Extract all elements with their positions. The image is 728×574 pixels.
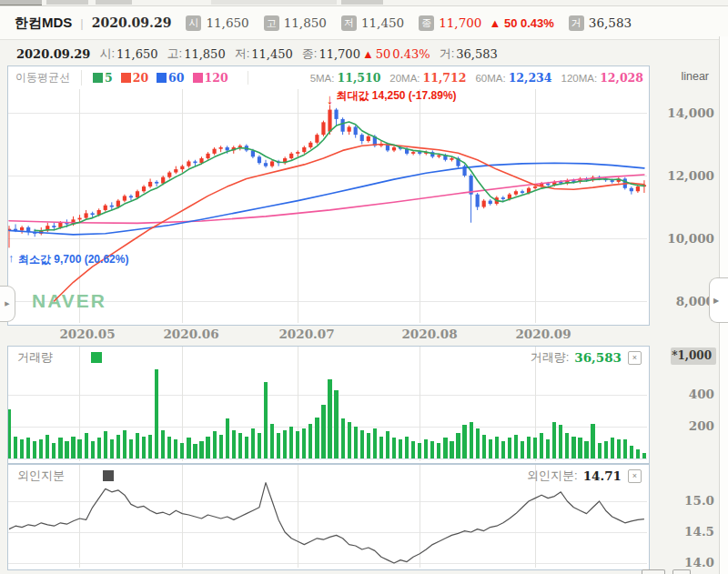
y-tick-14000: 14,000	[651, 106, 714, 120]
ma60-readout: 60MA:12,234	[475, 71, 551, 85]
close-value: 11,700	[439, 15, 481, 30]
info-open-label: 시:	[99, 45, 115, 62]
x-tick-aug: 2020.08	[401, 327, 457, 341]
foreign-readout-value: 14.71	[583, 468, 622, 483]
open-badge-icon: 시	[186, 15, 201, 31]
foreign-readout-label: 외인지분:	[527, 468, 578, 484]
ma5-readout-label: 5MA:	[310, 73, 335, 84]
candlestick-chart[interactable]: NAVER↓최대값 14,250 (-17.89%)↑최소값 9,700 (20…	[8, 66, 647, 323]
ma-readout: 5MA:11,510 20MA:11,712 60MA:12,234 120MA…	[301, 71, 643, 85]
left-panel-expand-tab[interactable]: ▶	[0, 286, 15, 322]
top-tab-stub-5[interactable]	[341, 0, 383, 5]
header-date: 2020.09.29	[92, 15, 172, 30]
stock-chart-screen: 한컴MDS | 2020.09.29 시 11,650 고 11,850 저 1…	[0, 0, 728, 574]
high-badge-icon: 고	[264, 15, 279, 31]
x-tick-jul: 2020.07	[278, 327, 334, 341]
ma120-legend-label: 120	[205, 71, 228, 85]
ma5-readout: 5MA:11,510	[310, 71, 381, 85]
ma5-line	[35, 122, 644, 231]
chevron-right-icon: ▶	[713, 297, 719, 305]
foreign-legend-label: 외인지분	[17, 468, 65, 484]
info-low-value: 11,450	[251, 47, 293, 61]
ma20-readout-value: 11,712	[423, 71, 467, 85]
foreign-close-button[interactable]: ×	[628, 469, 642, 483]
volume-header: 거래량 거래량: 36,583 ×	[8, 347, 649, 368]
open-value: 11,650	[206, 15, 248, 30]
low-value: 11,450	[361, 15, 404, 30]
x-tick-sep: 2020.09	[515, 327, 571, 341]
info-change-pct: 0.43%	[392, 47, 430, 61]
main-chart-panel[interactable]: NAVER↓최대값 14,250 (-17.89%)↑최소값 9,700 (20…	[7, 65, 650, 326]
ma120-legend-toggle[interactable]: 120	[193, 71, 228, 85]
open-stat: 시 11,650	[186, 15, 248, 31]
info-date: 2020.09.29	[16, 47, 90, 61]
info-open-value: 11,650	[116, 47, 158, 61]
max-arrow-icon: ↓	[327, 91, 334, 106]
ma5-readout-value: 11,510	[337, 71, 380, 85]
ma60-line	[9, 163, 644, 235]
foreign-ownership-line	[9, 483, 644, 563]
foreign-tick-14: 14.0	[651, 555, 714, 569]
volume-badge-icon: 거	[569, 15, 584, 31]
foreign-tick-15: 15.0	[651, 493, 714, 508]
x-tick-jun: 2020.06	[163, 327, 218, 341]
volume-bar-series	[8, 369, 646, 458]
ma60-readout-label: 60MA:	[475, 73, 505, 84]
info-volume-value: 36,583	[456, 47, 498, 61]
ma20-legend-toggle[interactable]: 20	[121, 71, 148, 85]
foreign-ownership-panel[interactable]: 외인지분 외인지분: 14.71 ×	[7, 464, 650, 570]
change-text: ▲ 50 0.43%	[489, 16, 553, 30]
y-tick-10000: 10,000	[651, 231, 714, 246]
y-tick-8000: 8,000	[651, 294, 714, 308]
ma60-legend-toggle[interactable]: 60	[157, 71, 184, 85]
bottom-button-stub-2[interactable]	[672, 569, 691, 574]
y-tick-12000: 12,000	[651, 168, 714, 183]
top-tab-stub-3[interactable]	[96, 0, 132, 5]
ma120-readout-value: 12,028	[600, 71, 643, 85]
volume-unit-label: *1,000	[671, 347, 716, 365]
info-low-label: 저:	[235, 45, 250, 62]
ma5-legend-label: 5	[105, 71, 113, 85]
ma5-legend-toggle[interactable]: 5	[93, 71, 113, 85]
high-value: 11,850	[284, 15, 327, 30]
volume-panel[interactable]: 거래량 거래량: 36,583 ×	[7, 346, 650, 464]
top-tab-stub-2[interactable]	[46, 0, 88, 5]
volume-stat: 거 36,583	[569, 15, 632, 31]
top-tab-stub-4[interactable]	[211, 0, 337, 5]
ma60-swatch	[157, 73, 167, 83]
scale-mode-label[interactable]: linear	[681, 70, 709, 83]
volume-tick-400: 400	[651, 387, 714, 401]
ma20-readout-label: 20MA:	[389, 73, 420, 84]
low-stat: 저 11,450	[341, 15, 404, 31]
volume-close-button[interactable]: ×	[628, 351, 642, 365]
ma60-readout-value: 12,234	[509, 71, 552, 85]
info-high-label: 고:	[167, 45, 183, 62]
ma-legend-row: 이동평균선 5 20 60 120 5MA:11,510 20MA:11,712…	[8, 66, 649, 89]
info-high-value: 11,850	[184, 47, 226, 61]
x-tick-may: 2020.05	[59, 327, 115, 341]
max-value-annotation: 최대값 14,250 (-17.89%)	[337, 89, 457, 102]
info-change: 50	[376, 47, 391, 61]
volume-readout-value: 36,583	[574, 350, 622, 365]
chevron-right-icon: ▶	[5, 300, 9, 307]
ma20-swatch	[121, 73, 131, 83]
foreign-tick-145: 14.5	[651, 524, 714, 539]
min-arrow-icon: ↑	[8, 251, 15, 265]
ma120-readout: 120MA:12,028	[561, 71, 643, 85]
info-volume-label: 거:	[440, 45, 455, 62]
bottom-button-stub-1[interactable]	[642, 569, 665, 574]
volume-value: 36,583	[589, 15, 632, 30]
min-value-annotation: 최소값 9,700 (20.62%)	[18, 253, 128, 266]
ma20-readout: 20MA:11,712	[389, 71, 466, 85]
ma120-readout-label: 120MA:	[561, 73, 598, 84]
header-bar: 한컴MDS | 2020.09.29 시 11,650 고 11,850 저 1…	[0, 5, 728, 40]
volume-legend-label: 거래량	[17, 349, 53, 366]
info-close-value: 11,700	[318, 47, 360, 61]
right-panel-expand-tab[interactable]: ▶	[709, 277, 728, 323]
naver-watermark: NAVER	[32, 290, 106, 311]
ma20-legend-label: 20	[133, 71, 148, 85]
foreign-legend-swatch	[103, 470, 114, 481]
low-badge-icon: 저	[341, 15, 357, 31]
ohlc-info-row: 2020.09.29 시: 11,650 고: 11,850 저: 11,450…	[7, 42, 656, 65]
separator: |	[80, 16, 83, 30]
